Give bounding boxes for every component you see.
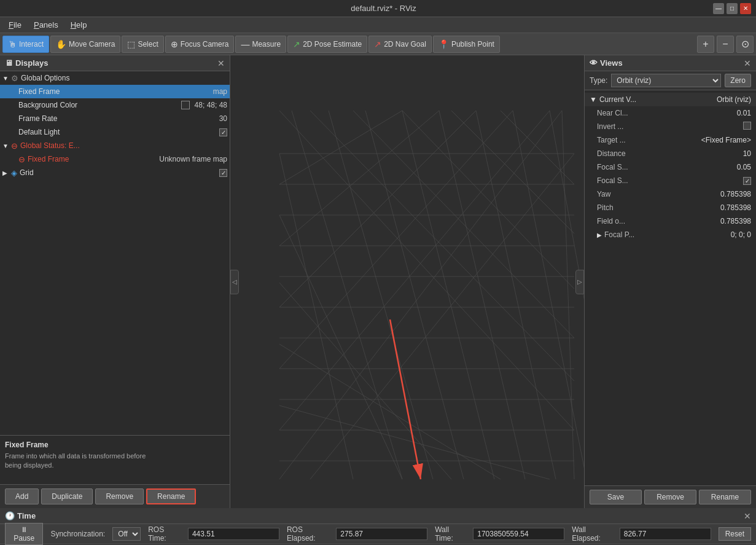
grid-visualization (230, 55, 584, 508)
svg-line-1 (329, 111, 433, 479)
time-close-button[interactable]: ✕ (744, 511, 751, 521)
tree-item-frame-rate[interactable]: Frame Rate 30 (0, 112, 230, 125)
default-light-label: Default Light (18, 128, 217, 136)
views-row-field-of-view[interactable]: Field o... 0.785398 (585, 214, 756, 228)
svg-line-4 (439, 111, 525, 479)
minimize-button[interactable]: — (713, 3, 724, 14)
publish-icon: 📍 (438, 39, 449, 49)
views-current-header[interactable]: ▼ Current V... Orbit (rviz) (585, 93, 756, 106)
menubar: File Panels Help (0, 17, 756, 33)
target-value: <Fixed Frame> (701, 136, 751, 144)
tree-item-grid[interactable]: ▶ ◈ Grid ✓ (0, 166, 230, 179)
pause-button[interactable]: ⏸ Pause (5, 523, 43, 545)
views-rename-button[interactable]: Rename (699, 490, 751, 504)
near-clip-value: 0.01 (737, 109, 751, 117)
views-row-focal-point[interactable]: ▶ Focal P... 0; 0; 0 (585, 228, 756, 241)
svg-line-23 (279, 111, 513, 369)
rename-button[interactable]: Rename (146, 488, 196, 504)
reset-button[interactable]: Reset (719, 527, 751, 541)
focal-s2-label: Focal S... (597, 176, 743, 185)
2d-pose-button[interactable]: ↗ 2D Pose Estimate (287, 36, 367, 53)
error-icon: ⊖ (18, 155, 25, 164)
svg-line-36 (279, 344, 501, 479)
error-circle-icon: ⊖ (11, 141, 18, 151)
tree-item-fixed-frame-error[interactable]: ⊖ Fixed Frame Unknown frame map (0, 152, 230, 166)
close-button[interactable]: ✕ (740, 3, 751, 14)
remove-button[interactable]: Remove (95, 488, 144, 504)
move-camera-button[interactable]: ✋ Move Camera (50, 36, 120, 53)
focus-camera-button[interactable]: ⊕ Focus Camera (165, 36, 235, 53)
views-panel-title: 👁 Views (590, 58, 623, 68)
interact-button[interactable]: 🖱 Interact (2, 36, 49, 53)
field-of-view-value: 0.785398 (720, 217, 751, 225)
add-button[interactable]: Add (5, 488, 39, 504)
toolbar-circle-button[interactable]: ⊙ (736, 36, 754, 53)
desc-text: Frame into which all data is transformed… (5, 452, 225, 471)
menu-panels[interactable]: Panels (28, 19, 64, 31)
displays-description: Fixed Frame Frame into which all data is… (0, 435, 230, 484)
displays-tree: ▼ ⚙ Global Options Fixed Frame map Backg… (0, 71, 230, 435)
menu-help[interactable]: Help (64, 19, 93, 31)
tree-item-global-status[interactable]: ▼ ⊖ Global Status: E... (0, 139, 230, 152)
views-row-invert[interactable]: Invert ... (585, 120, 756, 133)
views-close-button[interactable]: ✕ (744, 58, 751, 68)
views-row-pitch[interactable]: Pitch 0.785398 (585, 201, 756, 214)
views-row-focal-s2[interactable]: Focal S... ✓ (585, 174, 756, 187)
bottom-area: 🕐 Time ✕ ⏸ Pause Synchronization: Off RO… (0, 508, 756, 544)
svg-line-3 (402, 111, 494, 479)
views-row-focal-s1[interactable]: Focal S... 0.05 (585, 160, 756, 174)
duplicate-button[interactable]: Duplicate (41, 488, 93, 504)
sync-label: Synchronization: (50, 530, 105, 538)
measure-label: Measure (252, 40, 281, 49)
views-remove-button[interactable]: Remove (644, 490, 696, 504)
target-label: Target ... (597, 136, 701, 144)
toolbar: 🖱 Interact ✋ Move Camera ⬚ Select ⊕ Focu… (0, 33, 756, 55)
select-label: Select (138, 40, 158, 49)
publish-button[interactable]: 📍 Publish Point (433, 36, 500, 53)
views-row-near-clip[interactable]: Near Cl... 0.01 (585, 106, 756, 120)
views-type-select[interactable]: Orbit (rviz) (611, 74, 721, 87)
tree-item-default-light[interactable]: Default Light ✓ (0, 125, 230, 139)
views-row-yaw[interactable]: Yaw 0.785398 (585, 187, 756, 201)
ros-elapsed-input[interactable] (336, 528, 427, 540)
tree-item-background-color[interactable]: Background Color 48; 48; 48 (0, 98, 230, 112)
views-row-target[interactable]: Target ... <Fixed Frame> (585, 133, 756, 147)
svg-line-2 (365, 111, 464, 479)
fixed-frame-error-value: Unknown frame map (159, 155, 227, 163)
svg-line-33 (279, 154, 353, 479)
move-camera-icon: ✋ (56, 39, 66, 49)
sync-select[interactable]: Off (112, 527, 141, 541)
displays-close-button[interactable]: ✕ (217, 58, 225, 68)
toolbar-minus-button[interactable]: − (717, 36, 734, 53)
2d-nav-button[interactable]: ↗ 2D Nav Goal (368, 36, 432, 53)
select-button[interactable]: ⬚ Select (122, 36, 163, 53)
views-save-button[interactable]: Save (590, 490, 642, 504)
wall-time-input[interactable] (473, 528, 564, 540)
focus-label: Focus Camera (181, 40, 229, 49)
tree-item-global-options[interactable]: ▼ ⚙ Global Options (0, 71, 230, 85)
maximize-button[interactable]: □ (727, 3, 738, 14)
menu-file[interactable]: File (2, 19, 28, 31)
fixed-frame-value: map (213, 87, 227, 96)
distance-value: 10 (743, 149, 751, 158)
collapse-left-handle[interactable]: ◁ (230, 270, 239, 294)
views-tree: ▼ Current V... Orbit (rviz) Near Cl... 0… (585, 90, 756, 485)
views-row-distance[interactable]: Distance 10 (585, 147, 756, 160)
current-view-label: Current V... (599, 95, 636, 104)
grid-icon: ◈ (11, 168, 17, 178)
frame-rate-label: Frame Rate (18, 114, 217, 123)
collapse-right-handle[interactable]: ▷ (575, 270, 584, 294)
measure-button[interactable]: — Measure (235, 36, 286, 53)
wall-elapsed-input[interactable] (620, 528, 711, 540)
toolbar-plus-button[interactable]: + (697, 36, 714, 53)
svg-line-6 (513, 111, 584, 479)
interact-label: Interact (19, 40, 44, 49)
tree-item-fixed-frame[interactable]: Fixed Frame map (0, 85, 230, 98)
3d-viewport[interactable]: ◁ ▷ (230, 55, 584, 508)
wall-time-label: Wall Time: (435, 525, 466, 543)
views-zero-button[interactable]: Zero (725, 74, 751, 87)
focal-s1-label: Focal S... (597, 163, 737, 171)
ros-elapsed-label: ROS Elapsed: (287, 525, 329, 543)
ros-time-input[interactable] (188, 528, 279, 540)
titlebar: default.rviz* - RViz — □ ✕ (0, 0, 756, 17)
